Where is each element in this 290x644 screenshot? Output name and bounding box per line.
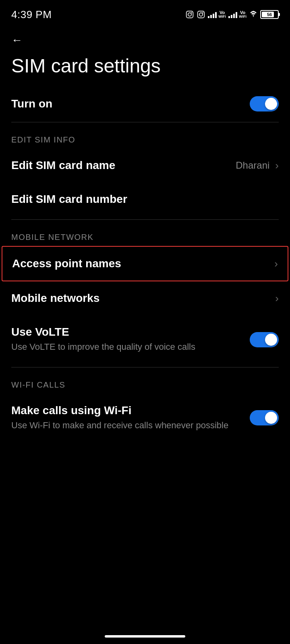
access-point-names-item[interactable]: Access point names › (2, 246, 288, 281)
wifi-calls-header: WI-FI CALLS (0, 371, 290, 394)
use-volte-title: Use VoLTE (11, 326, 195, 339)
make-calls-wifi-subtitle: Use Wi-Fi to make and receive calls when… (11, 419, 228, 432)
wifi-icon (249, 10, 258, 19)
use-volte-item[interactable]: Use VoLTE Use VoLTE to improve the quali… (0, 315, 290, 364)
home-bar (105, 635, 185, 638)
use-volte-subtitle: Use VoLTE to improve the quality of voic… (11, 341, 195, 353)
mobile-networks-chevron: › (275, 292, 279, 305)
instagram-icon-1 (185, 10, 194, 19)
divider-3 (11, 367, 279, 367)
back-button[interactable]: ← (0, 26, 290, 51)
use-volte-left: Use VoLTE Use VoLTE to improve the quali… (11, 326, 195, 353)
edit-sim-name-item[interactable]: Edit SIM card name Dharani › (0, 149, 290, 182)
wifi-calls-toggle[interactable] (250, 410, 279, 425)
volte-toggle-knob (265, 334, 277, 346)
battery-icon: 56 (260, 10, 279, 19)
wifi-calls-toggle-knob (265, 412, 277, 424)
mobile-networks-title: Mobile networks (11, 292, 99, 305)
signal-group-1: Vo WiFi (208, 10, 226, 19)
svg-point-5 (202, 12, 203, 13)
edit-sim-info-header: EDIT SIM INFO (0, 126, 290, 149)
mobile-networks-item[interactable]: Mobile networks › (0, 281, 290, 315)
svg-rect-3 (198, 11, 205, 18)
make-calls-wifi-title: Make calls using Wi-Fi (11, 404, 228, 417)
turn-on-label: Turn on (11, 97, 52, 110)
svg-point-4 (199, 13, 203, 16)
divider-1 (11, 122, 279, 122)
turn-on-row: Turn on (0, 89, 290, 119)
signal-bars-1 (208, 11, 217, 18)
svg-rect-0 (186, 11, 193, 18)
status-icons: Vo WiFi Vo WiFi 56 (185, 10, 279, 19)
edit-sim-name-value: Dharani (236, 160, 269, 171)
access-point-names-chevron: › (274, 258, 278, 270)
svg-point-2 (191, 12, 192, 13)
divider-2 (11, 219, 279, 220)
toggle-knob (265, 98, 277, 110)
edit-sim-number-title: Edit SIM card number (11, 193, 127, 206)
vowifi-badge-2: Vo WiFi (239, 10, 246, 19)
status-time: 4:39 PM (11, 8, 52, 21)
edit-sim-number-item[interactable]: Edit SIM card number (0, 182, 290, 216)
back-arrow-icon: ← (11, 34, 23, 46)
page-title: SIM card settings (0, 51, 290, 89)
make-calls-wifi-item[interactable]: Make calls using Wi-Fi Use Wi-Fi to make… (0, 394, 290, 442)
volte-toggle[interactable] (250, 332, 279, 347)
edit-sim-name-right: Dharani › (236, 159, 279, 172)
svg-point-6 (253, 16, 254, 17)
instagram-icon-2 (197, 10, 205, 19)
vowifi-badge-1: Vo WiFi (218, 10, 226, 19)
signal-bars-2 (228, 11, 237, 18)
status-bar: 4:39 PM Vo WiFi (0, 0, 290, 26)
turn-on-toggle[interactable] (250, 96, 279, 111)
edit-sim-name-chevron: › (275, 159, 279, 172)
signal-group-2: Vo WiFi (228, 10, 246, 19)
svg-point-1 (188, 13, 191, 16)
access-point-names-title: Access point names (12, 257, 121, 270)
make-calls-wifi-left: Make calls using Wi-Fi Use Wi-Fi to make… (11, 404, 228, 432)
edit-sim-name-title: Edit SIM card name (11, 159, 115, 172)
mobile-network-header: MOBILE NETWORK (0, 223, 290, 246)
